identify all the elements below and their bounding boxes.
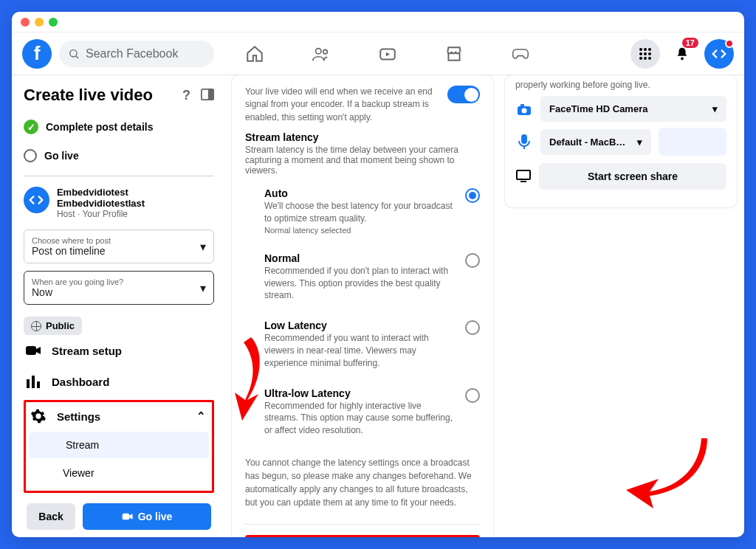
notif-badge: 17 xyxy=(681,36,700,49)
latency-desc: Stream latency is the time delay between… xyxy=(245,145,480,176)
footer-buttons: Back Go live xyxy=(24,493,214,537)
audience-chip[interactable]: Public xyxy=(24,317,82,335)
search-placeholder: Search Facebook xyxy=(86,47,178,61)
svg-point-10 xyxy=(648,52,651,55)
svg-line-1 xyxy=(76,56,78,58)
option-title: Ultra-low Latency xyxy=(264,387,456,399)
svg-rect-20 xyxy=(37,381,40,388)
back-button[interactable]: Back xyxy=(27,503,75,530)
mic-select[interactable]: Default - MacB… ▾ xyxy=(540,129,651,155)
top-right-icons: 17 xyxy=(630,39,734,69)
left-sidebar: Create live video ? ✓ Complete post deta… xyxy=(12,75,223,537)
code-icon xyxy=(711,46,727,62)
mac-titlebar xyxy=(12,12,744,32)
radio-open-icon xyxy=(24,149,37,162)
chevron-up-icon: ⌃ xyxy=(196,410,206,423)
sidebar-item-dashboard[interactable]: Dashboard xyxy=(24,366,214,397)
latency-option-auto[interactable]: Auto We'll choose the best latency for y… xyxy=(264,179,480,244)
settings-sub-viewer[interactable]: Viewer xyxy=(26,460,212,486)
start-screen-share-button[interactable]: Start screen share xyxy=(539,163,726,190)
select-value: Now xyxy=(32,286,206,298)
option-title: Auto xyxy=(264,187,456,199)
account-button[interactable] xyxy=(704,39,734,69)
divider xyxy=(245,524,480,525)
window-close-dot[interactable] xyxy=(21,18,30,27)
radio-selected-icon xyxy=(465,188,480,203)
latency-option-low[interactable]: Low Latency Recommended if you want to i… xyxy=(264,311,480,378)
mic-level-meter xyxy=(659,128,726,156)
friends-icon[interactable] xyxy=(312,44,331,63)
menu-label: Settings xyxy=(57,410,100,423)
option-note: Normal latency selected xyxy=(264,226,456,235)
camera-icon xyxy=(25,342,41,359)
nav-center xyxy=(221,44,623,63)
svg-rect-16 xyxy=(208,89,213,99)
facebook-logo[interactable]: f xyxy=(22,39,52,69)
step-go-live[interactable]: Go live xyxy=(24,142,214,170)
top-nav-bar: f Search Facebook 17 xyxy=(12,32,744,75)
notifications-button[interactable]: 17 xyxy=(667,39,697,69)
gaming-icon[interactable] xyxy=(511,44,530,63)
dashboard-icon xyxy=(25,373,41,390)
latency-option-ultralow[interactable]: Ultra-low Latency Recommended for highly… xyxy=(264,379,480,446)
go-live-button[interactable]: Go live xyxy=(83,503,211,530)
window-zoom-dot[interactable] xyxy=(49,18,58,27)
button-label: Go live xyxy=(138,511,173,522)
svg-rect-17 xyxy=(26,346,36,355)
sidebar-item-settings[interactable]: Settings ⌃ xyxy=(26,402,212,430)
option-title: Low Latency xyxy=(264,320,456,331)
sidebar-item-stream-setup[interactable]: Stream setup xyxy=(24,335,214,366)
settings-highlight-box: Settings ⌃ Stream Viewer xyxy=(24,400,214,493)
settings-sub-stream[interactable]: Stream xyxy=(29,432,209,458)
select-value: FaceTime HD Camera xyxy=(549,103,647,114)
end-signal-toggle[interactable] xyxy=(447,86,480,103)
center-panel: Your live video will end when we receive… xyxy=(223,75,505,537)
radio-icon xyxy=(465,388,480,403)
watch-icon[interactable] xyxy=(378,44,397,63)
home-icon[interactable] xyxy=(245,44,264,63)
option-desc: Recommended if you don't plan to interac… xyxy=(264,265,456,302)
latency-title: Stream latency xyxy=(245,131,480,143)
marketplace-icon[interactable] xyxy=(444,44,464,63)
svg-rect-24 xyxy=(520,104,524,107)
camera-icon xyxy=(515,100,533,118)
svg-point-8 xyxy=(639,52,642,55)
svg-point-11 xyxy=(639,57,642,60)
profile-subtitle: Host · Your Profile xyxy=(57,209,214,219)
panel-icon[interactable] xyxy=(201,88,214,101)
search-input[interactable]: Search Facebook xyxy=(59,41,214,67)
right-panel: properly working before going live. Face… xyxy=(505,75,744,537)
step-complete-post[interactable]: ✓ Complete post details xyxy=(24,112,214,142)
svg-point-14 xyxy=(681,57,684,60)
gear-icon xyxy=(30,408,47,424)
devices-card: properly working before going live. Face… xyxy=(505,75,737,207)
select-label: When are you going live? xyxy=(32,277,206,286)
when-live-select[interactable]: When are you going live? Now ▾ xyxy=(24,271,214,305)
svg-point-23 xyxy=(522,108,527,113)
latency-options: Auto We'll choose the best latency for y… xyxy=(264,179,480,446)
divider xyxy=(24,176,214,176)
help-icon[interactable]: ? xyxy=(182,88,190,103)
option-title: Normal xyxy=(264,252,456,264)
svg-point-3 xyxy=(323,49,328,54)
latency-note: You cannot change the latency settings o… xyxy=(245,453,480,519)
svg-rect-21 xyxy=(122,514,128,520)
svg-rect-19 xyxy=(32,376,35,388)
svg-rect-25 xyxy=(521,134,527,144)
menu-label: Dashboard xyxy=(52,376,109,388)
check-icon: ✓ xyxy=(24,120,38,134)
chevron-down-icon: ▾ xyxy=(200,240,206,254)
option-desc: Recommended for highly interactive live … xyxy=(264,400,456,437)
browser-window: f Search Facebook 17 xyxy=(12,12,744,537)
menu-grid-button[interactable] xyxy=(630,39,660,69)
svg-rect-18 xyxy=(27,379,30,388)
camera-icon xyxy=(122,512,134,521)
window-minimize-dot[interactable] xyxy=(35,18,44,27)
radio-icon xyxy=(465,253,480,268)
embed-highlight-box: Embed live video Insert your live video … xyxy=(245,535,480,537)
camera-select[interactable]: FaceTime HD Camera ▾ xyxy=(540,96,726,122)
post-destination-select[interactable]: Choose where to post Post on timeline ▾ xyxy=(24,229,214,263)
option-desc: Recommended if you want to interact with… xyxy=(264,332,456,369)
latency-option-normal[interactable]: Normal Recommended if you don't plan to … xyxy=(264,244,480,311)
chevron-down-icon: ▾ xyxy=(200,281,206,295)
